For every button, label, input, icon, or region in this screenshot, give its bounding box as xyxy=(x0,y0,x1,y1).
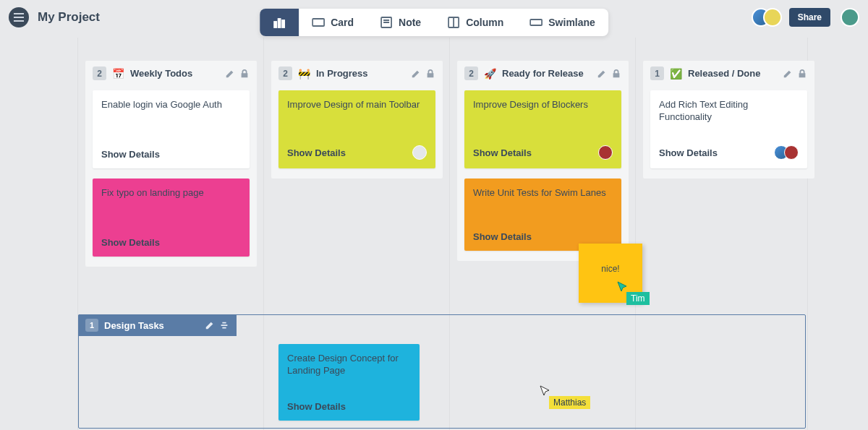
lock-icon[interactable] xyxy=(425,69,435,79)
show-details-link[interactable]: Show Details xyxy=(101,237,160,248)
project-title[interactable]: My Project xyxy=(38,10,100,25)
card[interactable]: Improve Design of main Toolbar Show Deta… xyxy=(278,90,435,168)
avatar[interactable] xyxy=(412,145,427,160)
calendar-icon: 📅 xyxy=(112,68,124,79)
chart-icon xyxy=(273,16,286,29)
edit-icon[interactable] xyxy=(205,320,215,330)
swimlane-icon xyxy=(529,16,542,29)
view-note[interactable]: Note xyxy=(367,9,434,36)
column-title: Weekly Todos xyxy=(130,68,219,79)
show-details-link[interactable]: Show Details xyxy=(473,231,532,242)
svg-rect-4 xyxy=(278,19,281,27)
collapse-icon[interactable] xyxy=(219,320,229,330)
card-avatars xyxy=(603,145,613,160)
view-switcher: Card Note Column Swimlane xyxy=(260,9,608,36)
construction-icon: 🚧 xyxy=(298,68,310,79)
show-details-link[interactable]: Show Details xyxy=(473,147,532,158)
show-details-link[interactable]: Show Details xyxy=(287,401,346,412)
view-swimlane-label: Swimlane xyxy=(548,17,595,28)
column-title: Ready for Release xyxy=(502,68,591,79)
swimlane-count: 1 xyxy=(85,319,98,332)
view-card[interactable]: Card xyxy=(299,9,367,36)
edit-icon[interactable] xyxy=(783,69,793,79)
svg-rect-0 xyxy=(14,13,24,14)
view-swimlane[interactable]: Swimlane xyxy=(516,9,608,36)
rocket-icon: 🚀 xyxy=(484,68,496,79)
show-details-link[interactable]: Show Details xyxy=(659,147,718,158)
avatar[interactable] xyxy=(763,8,782,27)
lock-icon[interactable] xyxy=(611,69,621,79)
swimlane-design-tasks[interactable]: 1 Design Tasks Create Design Concept for… xyxy=(78,314,806,429)
avatar[interactable] xyxy=(598,145,613,160)
avatar[interactable] xyxy=(784,145,799,160)
column-in-progress: 2 🚧 In Progress Improve Design of main T… xyxy=(264,61,450,267)
column-count: 2 xyxy=(93,66,106,80)
svg-rect-6 xyxy=(312,19,324,26)
view-card-label: Card xyxy=(331,17,354,28)
card-avatars xyxy=(778,145,799,160)
card[interactable]: Enable login via Google Auth Show Detail… xyxy=(93,90,250,168)
menu-button[interactable] xyxy=(9,7,29,27)
column-weekly-todos: 2 📅 Weekly Todos Enable login via Google… xyxy=(78,61,264,267)
card[interactable]: Add Rich Text Editing Functionality Show… xyxy=(650,90,807,168)
share-button[interactable]: Share xyxy=(789,8,830,27)
view-chart[interactable] xyxy=(260,9,299,36)
view-column-label: Column xyxy=(466,17,503,28)
card-icon xyxy=(312,16,325,29)
card-title: Fix typo on landing page xyxy=(101,187,241,199)
column-title: In Progress xyxy=(316,68,405,79)
sticky-text: nice! xyxy=(601,264,619,274)
swimlane-title: Design Tasks xyxy=(104,320,164,331)
svg-rect-5 xyxy=(282,20,284,27)
column-header[interactable]: 2 📅 Weekly Todos xyxy=(85,61,257,86)
column-header[interactable]: 2 🚀 Ready for Release xyxy=(457,61,629,86)
svg-rect-2 xyxy=(14,20,24,22)
svg-rect-1 xyxy=(14,17,24,18)
edit-icon[interactable] xyxy=(225,69,235,79)
card-title: Create Design Concept for Landing Page xyxy=(287,353,411,377)
view-column[interactable]: Column xyxy=(434,9,516,36)
card-title: Improve Design of Blockers xyxy=(473,99,613,111)
note-icon xyxy=(380,16,393,29)
card[interactable]: Fix typo on landing page Show Details xyxy=(93,179,250,257)
svg-rect-3 xyxy=(274,22,276,27)
column-header[interactable]: 1 ✅ Released / Done xyxy=(643,61,814,86)
column-count: 2 xyxy=(278,66,292,80)
sticky-note[interactable]: nice! xyxy=(579,244,642,303)
card-title: Improve Design of main Toolbar xyxy=(287,99,427,111)
edit-icon[interactable] xyxy=(411,69,421,79)
top-right: Share xyxy=(759,8,859,27)
svg-rect-12 xyxy=(530,20,542,25)
view-note-label: Note xyxy=(399,17,421,28)
card-avatars xyxy=(417,145,427,160)
presence-avatars xyxy=(759,8,782,27)
column-count: 2 xyxy=(464,66,478,80)
card[interactable]: Write Unit Tests for Swim Lanes Show Det… xyxy=(464,179,621,251)
card-title: Add Rich Text Editing Functionality xyxy=(659,99,799,124)
column-count: 1 xyxy=(650,66,664,80)
card[interactable]: Improve Design of Blockers Show Details xyxy=(464,90,621,168)
card[interactable]: Create Design Concept for Landing Page S… xyxy=(278,344,420,421)
column-title: Released / Done xyxy=(688,68,777,79)
current-user-avatar[interactable] xyxy=(841,8,859,27)
card-title: Enable login via Google Auth xyxy=(101,99,241,111)
swimlane-header[interactable]: 1 Design Tasks xyxy=(78,314,237,336)
lock-icon[interactable] xyxy=(797,69,807,79)
column-released-done: 1 ✅ Released / Done Add Rich Text Editin… xyxy=(636,61,822,267)
kanban-board: 2 📅 Weekly Todos Enable login via Google… xyxy=(65,35,868,267)
show-details-link[interactable]: Show Details xyxy=(101,149,160,160)
lock-icon[interactable] xyxy=(239,69,250,79)
column-ready-for-release: 2 🚀 Ready for Release Improve Design of … xyxy=(450,61,636,267)
check-icon: ✅ xyxy=(670,68,682,79)
column-icon xyxy=(447,16,460,29)
edit-icon[interactable] xyxy=(597,69,607,79)
card-title: Write Unit Tests for Swim Lanes xyxy=(473,187,613,199)
menu-icon xyxy=(14,13,24,22)
column-header[interactable]: 2 🚧 In Progress xyxy=(271,61,443,86)
show-details-link[interactable]: Show Details xyxy=(287,147,346,158)
